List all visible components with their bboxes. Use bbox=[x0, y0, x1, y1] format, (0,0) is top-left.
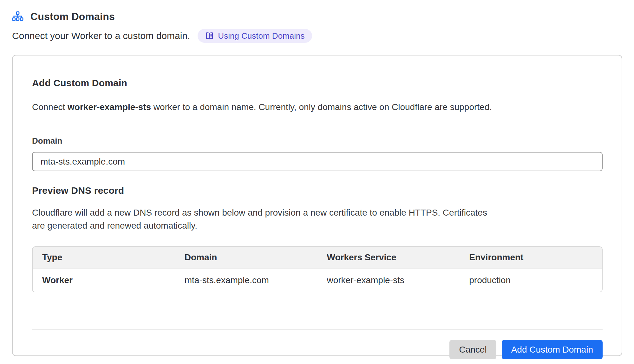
add-custom-domain-card: Add Custom Domain Connect worker-example… bbox=[12, 55, 622, 356]
preview-dns-description: Cloudflare will add a new DNS record as … bbox=[32, 206, 498, 232]
card-description: Connect worker-example-sts worker to a d… bbox=[32, 101, 603, 114]
page-subtitle-row: Connect your Worker to a custom domain. … bbox=[12, 29, 622, 43]
footer-divider bbox=[32, 329, 603, 330]
docs-badge-label: Using Custom Domains bbox=[218, 31, 304, 41]
domain-input[interactable] bbox=[32, 152, 603, 171]
docs-link-using-custom-domains[interactable]: Using Custom Domains bbox=[198, 29, 312, 43]
custom-domains-page: Custom Domains Connect your Worker to a … bbox=[0, 0, 634, 356]
card-heading: Add Custom Domain bbox=[32, 78, 603, 88]
preview-dns-heading: Preview DNS record bbox=[32, 185, 603, 196]
open-book-icon bbox=[205, 32, 214, 40]
cell-domain: mta-sts.example.com bbox=[175, 268, 317, 292]
cell-environment: production bbox=[460, 268, 602, 292]
col-header-workers-service: Workers Service bbox=[317, 247, 460, 268]
page-header: Custom Domains bbox=[12, 11, 622, 23]
table-header-row: Type Domain Workers Service Environment bbox=[33, 247, 602, 268]
domain-field-label: Domain bbox=[32, 136, 603, 146]
description-suffix: worker to a domain name. Currently, only… bbox=[151, 102, 492, 112]
dns-preview-table: Type Domain Workers Service Environment … bbox=[32, 246, 603, 292]
description-prefix: Connect bbox=[32, 102, 68, 112]
col-header-environment: Environment bbox=[460, 247, 602, 268]
col-header-domain: Domain bbox=[175, 247, 317, 268]
page-subtitle: Connect your Worker to a custom domain. bbox=[12, 30, 190, 41]
sitemap-icon bbox=[12, 11, 23, 23]
cell-type: Worker bbox=[33, 268, 175, 292]
page-title: Custom Domains bbox=[30, 11, 115, 23]
action-buttons-row: Cancel Add Custom Domain bbox=[32, 340, 603, 359]
table-row: Worker mta-sts.example.com worker-exampl… bbox=[33, 268, 602, 292]
col-header-type: Type bbox=[33, 247, 175, 268]
cancel-button[interactable]: Cancel bbox=[449, 340, 496, 359]
cell-workers-service: worker-example-sts bbox=[317, 268, 460, 292]
add-custom-domain-button[interactable]: Add Custom Domain bbox=[502, 340, 603, 359]
worker-name: worker-example-sts bbox=[68, 102, 151, 112]
